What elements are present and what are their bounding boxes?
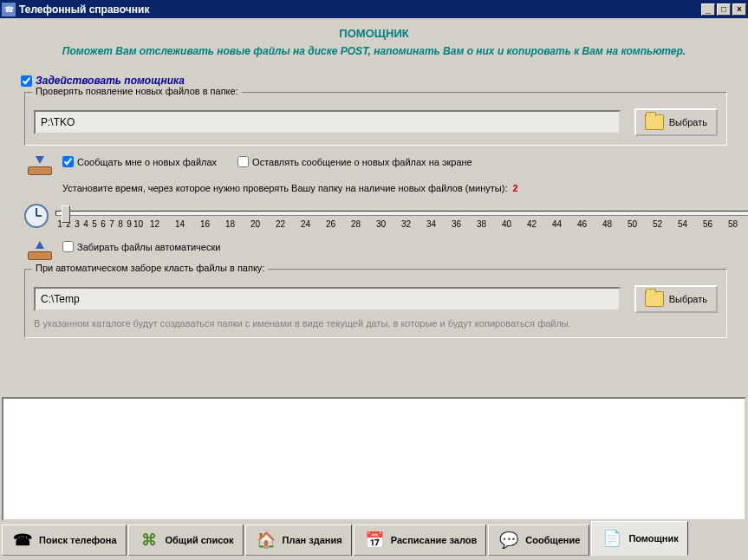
tab-assistant[interactable]: 📄 Помощник [591, 521, 687, 556]
tick-label: 24 [293, 219, 318, 229]
tab-building-plan[interactable]: 🏠 План здания [245, 524, 352, 556]
phone-icon: ☎ [11, 529, 34, 551]
inbox-download-icon [28, 156, 52, 175]
auto-fetch-label: Забирать файлы автоматически [77, 242, 220, 252]
minimize-button[interactable]: _ [701, 3, 715, 16]
tick-label: 16 [192, 219, 218, 229]
tick-label: 50 [620, 219, 645, 229]
dest-folder-hint: В указанном каталоге будут создаваться п… [34, 318, 718, 329]
tick-label: 10 [133, 219, 142, 229]
content-area: ПОМОЩНИК Поможет Вам отслеживать новые ф… [0, 18, 748, 397]
enable-assistant-label: Задействовать помощника [36, 75, 185, 87]
tick-label: 14 [167, 219, 192, 229]
tick-label: 52 [645, 219, 670, 229]
titlebar: ☎ Телефонный справочник _ □ × [0, 0, 748, 18]
maximize-button[interactable]: □ [717, 3, 731, 16]
tick-label: 4 [81, 219, 90, 229]
app-icon: ☎ [2, 3, 16, 16]
tick-label: 30 [368, 219, 394, 229]
tick-label: 9 [125, 219, 133, 229]
dest-folder-group: При автоматическом заборе класть файлы в… [24, 269, 727, 338]
folder-icon [645, 291, 664, 307]
tick-label: 42 [519, 219, 544, 229]
interval-value: 2 [513, 183, 518, 193]
tick-label: 6 [99, 219, 107, 229]
tab-phone-search[interactable]: ☎ Поиск телефона [2, 524, 127, 556]
tab-full-list[interactable]: ⌘ Общий список [128, 524, 244, 556]
leave-message-checkbox[interactable] [237, 156, 249, 167]
building-icon: 🏠 [255, 529, 277, 551]
window-title: Телефонный справочник [19, 3, 701, 16]
leave-message-label: Оставлять сообщение о новых файлах на эк… [252, 157, 472, 167]
assistant-icon: 📄 [601, 527, 623, 550]
tick-label: 40 [494, 219, 519, 229]
slider-ticks: 1234567891012141618202224262830323436384… [55, 219, 748, 229]
tab-message[interactable]: 💬 Сообщение [488, 524, 589, 556]
interval-slider[interactable] [55, 211, 748, 216]
tick-label: 7 [107, 219, 116, 229]
tab-schedule[interactable]: 📅 Расписание залов [354, 524, 487, 556]
check-folder-path-input[interactable] [34, 110, 621, 134]
dest-folder-path-input[interactable] [34, 287, 621, 311]
page-title: ПОМОЩНИК [21, 27, 727, 40]
notify-checkbox[interactable] [62, 156, 74, 167]
tick-label: 58 [720, 219, 745, 229]
tick-label: 34 [419, 219, 444, 229]
tick-label: 56 [695, 219, 720, 229]
auto-fetch-checkbox[interactable] [62, 241, 74, 252]
tick-label: 26 [318, 219, 343, 229]
browse-label: Выбрать [669, 294, 707, 304]
tick-label: 54 [670, 219, 695, 229]
tick-label: 5 [90, 219, 99, 229]
browse-label: Выбрать [669, 117, 707, 127]
slider-thumb[interactable] [62, 205, 70, 223]
tick-label: 44 [544, 219, 569, 229]
tick-label: 12 [142, 219, 167, 229]
notify-label: Сообщать мне о новых файлах [77, 157, 217, 167]
interval-label: Установите время, через которое нужно пр… [62, 183, 727, 193]
tick-label: 36 [444, 219, 469, 229]
folder-icon [645, 114, 664, 130]
workspace-area [2, 397, 746, 521]
tick-label: 28 [343, 219, 368, 229]
tick-label: 46 [569, 219, 595, 229]
tick-label: 18 [218, 219, 243, 229]
tick-label: 32 [394, 219, 419, 229]
tick-label: 48 [595, 219, 620, 229]
tick-label: 3 [73, 219, 81, 229]
tick-label: 8 [116, 219, 125, 229]
check-folder-browse-button[interactable]: Выбрать [634, 108, 718, 136]
tick-label: 20 [243, 219, 268, 229]
dest-folder-browse-button[interactable]: Выбрать [634, 285, 718, 313]
tick-label: 22 [268, 219, 293, 229]
clock-icon [24, 204, 49, 228]
message-icon: 💬 [498, 529, 520, 551]
enable-assistant-checkbox[interactable] [21, 75, 32, 87]
close-button[interactable]: × [732, 3, 746, 16]
orgchart-icon: ⌘ [138, 529, 160, 551]
tabbar: ☎ Поиск телефона ⌘ Общий список 🏠 План з… [0, 521, 748, 557]
outbox-upload-icon [28, 241, 52, 260]
page-subtitle: Поможет Вам отслеживать новые файлы на д… [21, 45, 727, 57]
check-folder-group: Проверять появление новых файлов в папке… [24, 92, 727, 146]
calendar-icon: 📅 [363, 529, 386, 551]
dest-folder-legend: При автоматическом заборе класть файлы в… [32, 263, 268, 273]
tick-label: 38 [469, 219, 494, 229]
check-folder-legend: Проверять появление новых файлов в папке… [32, 86, 242, 96]
